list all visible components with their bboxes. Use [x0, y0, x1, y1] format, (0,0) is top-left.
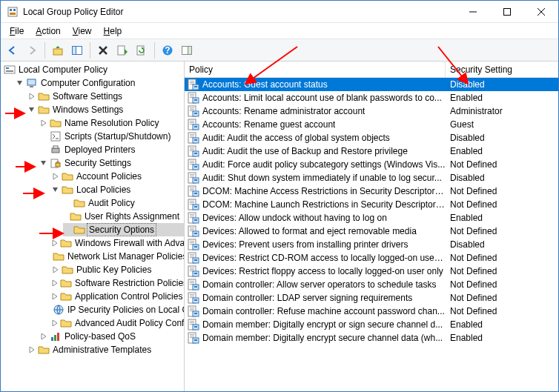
back-button[interactable] [4, 41, 22, 59]
svg-rect-112 [190, 254, 194, 255]
svg-rect-62 [194, 139, 197, 141]
policy-name: Devices: Prevent users from installing p… [202, 239, 408, 250]
collapse-icon[interactable] [16, 79, 24, 87]
policy-row[interactable]: Domain member: Digitally encrypt secure … [185, 331, 558, 345]
expand-icon[interactable] [51, 292, 59, 301]
svg-rect-58 [190, 134, 194, 135]
policy-row[interactable]: Domain member: Digitally encrypt or sign… [185, 318, 558, 331]
close-button[interactable] [524, 1, 558, 23]
menu-view[interactable]: View [67, 24, 98, 38]
maximize-button[interactable] [490, 1, 524, 23]
policy-name: Domain controller: LDAP server signing r… [202, 293, 412, 303]
tree-local-computer-policy[interactable]: Local Computer Policy [4, 63, 184, 76]
menu-help[interactable]: Help [98, 24, 128, 38]
computer-icon [26, 77, 38, 89]
help-button[interactable]: ? [159, 41, 176, 59]
policy-row[interactable]: Devices: Restrict CD-ROM access to local… [185, 251, 558, 265]
menu-file[interactable]: File [4, 24, 30, 38]
tree-security-settings[interactable]: Security Settings [39, 156, 184, 170]
expand-icon[interactable] [51, 279, 59, 288]
policy-row[interactable]: Devices: Allow undock without having to … [185, 211, 558, 225]
policy-row[interactable]: Audit: Shut down system immediately if u… [185, 171, 558, 185]
svg-rect-50 [194, 113, 197, 114]
folder-icon [62, 170, 73, 182]
policy-row[interactable]: Accounts: Guest account statusDisabled [185, 78, 558, 91]
show-hide-action-pane-button[interactable] [178, 41, 196, 59]
tree-windows-firewall[interactable]: Windows Firewall with Advanced Security [51, 236, 184, 250]
svg-rect-0 [8, 7, 17, 16]
tree-local-policies[interactable]: Local Policies [51, 183, 184, 196]
tree-software-settings[interactable]: Software Settings [27, 90, 184, 103]
svg-rect-118 [190, 268, 194, 268]
policy-item-icon [188, 159, 199, 170]
collapse-icon[interactable] [27, 105, 36, 114]
policy-row[interactable]: Domain controller: LDAP server signing r… [185, 291, 558, 305]
tree-application-control-policies[interactable]: Application Control Policies [51, 290, 184, 303]
tree-policy-based-qos[interactable]: Policy-based QoS [39, 330, 184, 343]
tree-network-list-manager[interactable]: Network List Manager Policies [51, 250, 184, 263]
tree-computer-configuration[interactable]: Computer Configuration [16, 76, 184, 90]
svg-rect-65 [190, 149, 194, 150]
svg-rect-32 [57, 333, 59, 341]
svg-rect-10 [73, 46, 76, 54]
column-header-security-setting[interactable]: Security Setting [446, 62, 517, 77]
svg-rect-82 [190, 187, 194, 188]
expand-icon[interactable] [39, 119, 48, 127]
expand-icon[interactable] [51, 172, 60, 181]
policy-row[interactable]: DCOM: Machine Launch Restrictions in Sec… [185, 198, 558, 211]
policy-row[interactable]: Devices: Prevent users from installing p… [185, 238, 558, 251]
tree-scripts[interactable]: Scripts (Startup/Shutdown) [39, 130, 184, 143]
forward-button[interactable] [23, 41, 41, 59]
menu-action[interactable]: Action [30, 24, 66, 38]
expand-icon[interactable] [27, 345, 36, 354]
minimize-button[interactable] [456, 1, 490, 23]
policy-row[interactable]: Domain controller: Allow server operator… [185, 278, 558, 291]
show-hide-console-tree-button[interactable] [68, 41, 86, 59]
policy-setting: Enabled [446, 146, 483, 156]
export-list-button[interactable] [113, 41, 131, 59]
up-one-level-button[interactable] [49, 41, 67, 59]
tree-administrative-templates[interactable]: Administrative Templates [27, 343, 184, 356]
expand-icon[interactable] [51, 239, 59, 248]
policy-row[interactable]: DCOM: Machine Access Restrictions in Sec… [185, 185, 558, 198]
expand-icon[interactable] [51, 319, 59, 328]
policy-row[interactable]: Audit: Force audit policy subcategory se… [185, 158, 558, 171]
tree-ip-security-policies[interactable]: IP Security Policies on Local Computer [51, 303, 184, 316]
column-header-policy[interactable]: Policy [185, 62, 446, 77]
tree-security-options[interactable]: Security Options [63, 223, 184, 236]
tree-software-restriction-policies[interactable]: Software Restriction Policies [51, 276, 184, 290]
svg-rect-107 [190, 242, 194, 243]
tree-windows-settings[interactable]: Windows Settings [27, 103, 184, 116]
svg-rect-22 [27, 79, 36, 85]
policy-list[interactable]: Accounts: Guest account statusDisabledAc… [185, 78, 558, 391]
policy-row[interactable]: Audit: Audit the access of global system… [185, 131, 558, 144]
folder-icon [38, 90, 50, 102]
policy-row[interactable]: Domain controller: Refuse machine accoun… [185, 305, 558, 318]
expand-icon[interactable] [39, 332, 48, 341]
policy-row[interactable]: Devices: Restrict floppy access to local… [185, 265, 558, 278]
policy-row[interactable]: Devices: Allowed to format and eject rem… [185, 225, 558, 238]
refresh-button[interactable] [133, 41, 150, 59]
policy-row[interactable]: Accounts: Rename administrator accountAd… [185, 104, 558, 118]
policy-row[interactable]: Audit: Audit the use of Backup and Resto… [185, 144, 558, 158]
tree-advanced-audit-policy[interactable]: Advanced Audit Policy Configuration [51, 316, 184, 330]
console-tree[interactable]: Local Computer Policy Computer Configura… [1, 62, 185, 391]
policy-row[interactable]: Accounts: Rename guest accountGuest [185, 118, 558, 131]
svg-rect-46 [190, 107, 194, 108]
tree-audit-policy[interactable]: Audit Policy [63, 196, 184, 210]
tree-account-policies[interactable]: Account Policies [51, 170, 184, 183]
column-headers: Policy Security Setting [185, 62, 558, 78]
expand-icon[interactable] [27, 92, 36, 101]
tree-user-rights-assignment[interactable]: User Rights Assignment [63, 210, 184, 223]
tree-deployed-printers[interactable]: Deployed Printers [39, 143, 184, 156]
delete-button[interactable] [94, 41, 112, 59]
expand-icon[interactable] [51, 265, 60, 274]
policy-name: Audit: Audit the access of global system… [202, 133, 390, 143]
collapse-icon[interactable] [39, 159, 48, 167]
policy-name: Devices: Allowed to format and eject rem… [202, 226, 417, 236]
tree-public-key-policies[interactable]: Public Key Policies [51, 263, 184, 276]
tree-name-resolution-policy[interactable]: Name Resolution Policy [39, 116, 184, 130]
collapse-icon[interactable] [51, 185, 60, 194]
svg-rect-56 [194, 126, 197, 127]
policy-row[interactable]: Accounts: Limit local account use of bla… [185, 91, 558, 104]
